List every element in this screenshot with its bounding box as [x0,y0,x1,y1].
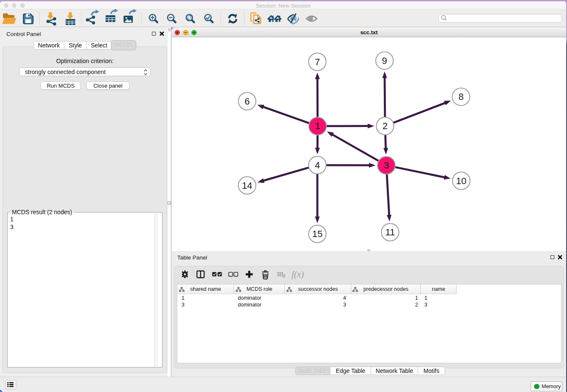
svg-text:14: 14 [242,180,252,191]
svg-text:15: 15 [312,229,322,239]
svg-text:f(x): f(x) [292,269,304,279]
svg-text:4: 4 [315,160,320,171]
svg-text:1: 1 [315,121,320,131]
svg-text:9: 9 [382,55,387,66]
svg-text:2: 2 [383,121,388,131]
svg-text:8: 8 [458,91,463,102]
svg-text:6: 6 [245,96,250,107]
svg-text:10: 10 [456,176,466,186]
svg-text:11: 11 [385,227,395,237]
svg-text:7: 7 [315,57,320,67]
svg-text:3: 3 [384,160,389,171]
